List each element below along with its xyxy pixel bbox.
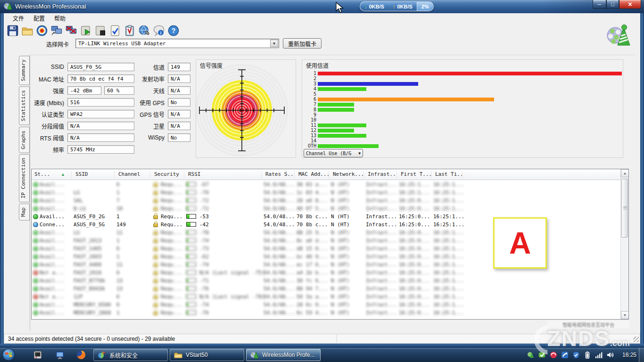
column-header-4[interactable]: Security (154, 171, 184, 179)
table-row[interactable]: Avail...MERCURY_05806Requ...-7454.0/48..… (32, 301, 621, 309)
connect-adapter-icon[interactable] (50, 25, 63, 37)
menu-item-1[interactable]: 文件 (8, 13, 28, 23)
maximize-button[interactable]: □ (606, 0, 619, 9)
cell-infrastructure: Infrast... (366, 270, 397, 276)
disconnect-adapter-icon[interactable] (65, 25, 77, 37)
table-row[interactable]: Avail...LG1Requ...-7054.0/48...1c 83 4..… (32, 189, 621, 197)
table-row[interactable]: Avail...MERCURY_28681Requ...-7654.0/48..… (32, 309, 621, 317)
column-header-1[interactable]: St... (34, 171, 72, 179)
column-header-10[interactable]: First T... (401, 171, 431, 179)
column-header-8[interactable]: Network... (333, 171, 364, 179)
menu-item-3[interactable]: 帮助 (50, 13, 70, 23)
pinned-computer-icon[interactable] (55, 350, 65, 360)
rssi-bar (186, 262, 196, 267)
chevron-down-icon[interactable]: ▼ (270, 40, 278, 47)
cell-infrastructure: Infrast... (366, 189, 397, 196)
globe-tools-icon[interactable] (138, 25, 150, 37)
taskbar-button-3[interactable]: WirelessMon Profe... (246, 349, 321, 361)
column-header-2[interactable]: SSID (75, 171, 115, 179)
column-header-6[interactable]: Rates S... (265, 171, 295, 179)
cell-first-time: 16:25:0... (399, 310, 432, 316)
taskbar-button-1[interactable]: 系统和安全 (93, 349, 168, 361)
field-value: 149 (168, 63, 190, 71)
table-row[interactable]: Not a...12F6Requ...N/A (Last signal -78)… (32, 293, 621, 301)
column-header-7[interactable]: MAC Add... (298, 171, 329, 179)
cell-rates: 54.0/48... (264, 310, 295, 316)
scroll-thumb[interactable] (621, 179, 628, 238)
resize-grip[interactable] (633, 337, 639, 342)
table-row[interactable]: Avail...B-LG10Requ...-7254.0/48...40 07 … (32, 205, 621, 213)
taskbar-clock[interactable]: 16:25 (622, 348, 636, 362)
cell-channel: 1 (116, 310, 149, 316)
taskbar-button-2[interactable]: VStart50 (170, 349, 244, 361)
channel-bar-track (318, 118, 622, 122)
close-button[interactable]: × (619, 0, 641, 9)
input-method-tray-icon[interactable] (561, 351, 569, 359)
cell-rates: 54.0/48... (264, 189, 295, 196)
cell-network: N (HT) (331, 302, 364, 308)
table-row[interactable]: Avail...FAST_B943A13Requ...-7654.0/48...… (32, 285, 621, 293)
antivirus-tray-icon[interactable] (550, 351, 557, 359)
signal-bars-tray-icon[interactable] (595, 351, 603, 359)
adapter-select-value: TP-LINK Wireless USB Adapter (76, 41, 270, 47)
channel-bar (318, 72, 622, 75)
table-header[interactable]: St...SSIDChannelSecurityRSSIRates S...MA… (32, 169, 621, 180)
annotation-box-a: A (493, 217, 547, 269)
shield-tray-icon[interactable] (572, 351, 580, 359)
table-row[interactable]: Avail...6Requ...-6754.0/48...38 83 a...N… (32, 181, 621, 189)
report-check-icon[interactable] (109, 25, 121, 37)
wirelessmon-tray-icon[interactable] (527, 351, 535, 359)
scroll-up-button[interactable]: ▲ (621, 169, 629, 177)
cell-first-time: 16:25:0... (399, 246, 432, 252)
table-row[interactable]: Avail...FAST_B770A13Requ...-7154.0/48...… (32, 277, 621, 285)
tab-map[interactable]: Map (19, 204, 30, 221)
help-icon[interactable]: ? (167, 25, 180, 37)
table-row[interactable]: Not a...FAST_20166Requ...N/A (Last signa… (32, 269, 621, 277)
channel-view-select[interactable]: Channel Use (B/G ▼ (304, 149, 363, 157)
reload-adapter-button[interactable]: 重新加载卡 (283, 38, 322, 49)
table-row[interactable]: Avail...SAL7Requ...-7254.0/48...28 a6 8.… (32, 197, 621, 205)
menu-item-2[interactable]: 配置 (29, 13, 49, 23)
cell-network: N (HT) (331, 206, 364, 212)
channel-bar-track (318, 113, 622, 117)
save-icon[interactable] (7, 25, 19, 37)
start-log-icon[interactable] (80, 25, 92, 37)
channel-label: 9 (304, 112, 316, 117)
rssi-fill (187, 239, 188, 242)
column-header-9[interactable]: Infrast... (368, 171, 397, 179)
clipboard-icon[interactable] (124, 25, 136, 37)
show-desktop-button[interactable] (639, 348, 644, 362)
stop-log-icon[interactable] (94, 25, 107, 37)
info-bubble-icon[interactable]: i (153, 25, 165, 37)
title-bar[interactable]: WirelessMon Professional ↓0KB/S ↑0KB/S 2… (0, 0, 644, 13)
volume-tray-icon[interactable] (606, 351, 614, 359)
pinned-firefox-icon[interactable] (76, 350, 86, 360)
tab-ip-connection[interactable]: IP Connection (19, 154, 30, 202)
column-header-11[interactable]: Last Ti... (435, 171, 462, 179)
taskbar-button-label: VStart50 (186, 352, 208, 358)
cell-rates: 54.0/48... (264, 270, 295, 276)
battery-tray-icon[interactable] (584, 351, 591, 359)
lock-icon (153, 239, 158, 243)
lock-icon (153, 191, 158, 195)
field-value: N/A (168, 110, 190, 118)
update-check-tray-icon[interactable] (538, 351, 546, 359)
pinned-media-player-icon[interactable] (33, 350, 42, 360)
channel-row-11: 11 (304, 123, 622, 128)
open-icon[interactable] (21, 25, 33, 37)
minimize-button[interactable]: ─ (593, 0, 606, 9)
column-header-5[interactable]: RSSI (188, 171, 262, 179)
column-header-3[interactable]: Channel (118, 171, 150, 179)
cell-last-time: 16:25:1... (433, 294, 466, 300)
scroll-down-button[interactable]: ▼ (621, 311, 629, 319)
adapter-select[interactable]: TP-LINK Wireless USB Adapter ▼ (75, 39, 279, 48)
vertical-scrollbar[interactable]: ▲ ▼ (620, 169, 628, 319)
target-icon[interactable] (36, 25, 48, 37)
start-button[interactable] (2, 348, 15, 361)
cell-first-time: 16:25:0... (399, 262, 432, 268)
cell-status: Avail... (40, 302, 71, 308)
cell-first-time: 16:25:0... (399, 278, 432, 284)
channel-bar-track (318, 139, 622, 143)
cell-channel: 6 (116, 181, 149, 188)
cell-first-time: 16:25:0... (399, 254, 432, 260)
